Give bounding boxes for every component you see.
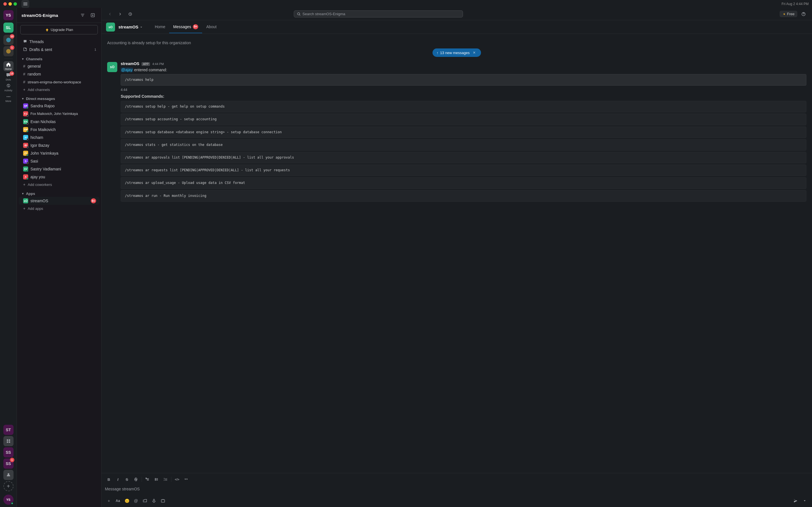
help-icon [801,12,806,16]
apps-section-header[interactable]: ▼ Apps [17,188,101,197]
add-coworkers-item[interactable]: + Add coworkers [18,181,100,188]
bullet-list-button[interactable] [153,475,160,483]
minimize-button[interactable] [8,2,12,6]
tab-home[interactable]: Home [151,21,169,33]
app-streamos[interactable]: sO streamOS 9+ [18,197,100,205]
history-button[interactable] [126,10,134,18]
attach-button[interactable] [141,497,149,505]
accounting-notice: Accounting is already setup for this org… [107,38,806,47]
workspace-9[interactable] [3,470,13,480]
apps-label: Apps [26,191,35,196]
quote-button[interactable] [182,475,190,483]
online-dot-2 [27,130,29,132]
back-button[interactable] [106,10,114,18]
dismiss-banner-button[interactable]: ✕ [471,50,477,55]
search-input-wrap[interactable] [294,10,463,17]
audio-button[interactable] [150,497,158,505]
workspace-ss[interactable]: SS [3,447,13,457]
add-apps-label: Add apps [28,207,43,211]
add-channels-item[interactable]: + Add channels [18,86,100,93]
cmd-3: /streamos setup database <database engin… [121,126,806,138]
sidebar-content: Threads Drafts & sent 1 ▼ Channels # gen… [17,37,101,507]
workspace-ys[interactable]: YS [3,10,13,20]
message-input-field[interactable]: Message streamOS [101,485,812,496]
emoji-button[interactable]: 😊 [123,497,131,505]
nav-activity[interactable]: Activity [3,82,13,93]
help-button[interactable] [800,10,808,18]
svg-point-22 [155,479,156,480]
compose-button[interactable] [89,11,97,19]
tab-about[interactable]: About [202,21,220,33]
dm-section-header[interactable]: ▼ Direct messages [17,93,101,102]
channel-stream-enigma[interactable]: # stream-enigma-demo-workspace [18,78,100,86]
add-button[interactable]: + [105,497,113,505]
workspace-4[interactable]: 1 [3,46,13,56]
maximize-button[interactable] [13,2,17,6]
bold-button[interactable]: B [105,475,113,483]
ordered-list-button[interactable]: 1. [144,475,151,483]
channel-general[interactable]: # general [18,62,100,70]
user-avatar[interactable]: YS [3,495,13,505]
sidebar-toggle-button[interactable] [21,0,29,8]
add-apps-item[interactable]: + Add apps [18,205,100,212]
plus-icon-2: + [23,182,26,187]
dm-igor[interactable]: IB Igor Bazay [18,142,100,149]
link-button[interactable] [132,475,140,483]
toolbar-right: Free [779,10,808,18]
workspace-ss2[interactable]: SS 1 [3,459,13,469]
workspace-4-badge: 1 [10,45,14,50]
workspace-6[interactable] [3,436,13,446]
dm-fox[interactable]: FM Fox Maikovich [18,126,100,133]
dm-john[interactable]: JY John Yarimkaya [18,149,100,157]
message-sender[interactable]: streamOS [121,61,139,66]
online-status [11,502,13,505]
workspace-header: streamOS-Enigma [17,8,101,23]
dm-hicham[interactable]: H hicham [18,133,100,142]
dm-evan[interactable]: EN Evan Nicholas [18,118,100,126]
strikethrough-button[interactable]: S [123,475,131,483]
dm-fox-john[interactable]: FJ Fox Maikovich, John Yarimkaya [18,110,100,118]
dm-igor-avatar: IB [23,143,28,148]
supported-commands-header: Supported Commands: [121,94,806,99]
dm-ajay[interactable]: A ajay you [18,173,100,181]
plus-icon-3: + [23,206,26,211]
channels-section-header[interactable]: ▼ Channels [17,54,101,62]
search-input[interactable] [303,12,460,16]
dm-john-label: John Yarimkaya [31,151,96,156]
workspace-name[interactable]: streamOS-Enigma [21,13,58,18]
forward-button[interactable] [116,10,124,18]
dm-sandra[interactable]: SR Sandra Rajoo [18,102,100,110]
sidebar-threads[interactable]: Threads [18,38,100,46]
nav-more[interactable]: More [3,93,13,103]
sidebar-drafts[interactable]: Drafts & sent 1 [18,46,100,54]
close-button[interactable] [3,2,7,6]
shortcut-button[interactable] [159,497,167,505]
numbered-list-button[interactable] [161,475,169,483]
filter-button[interactable] [79,11,87,19]
send-options-button[interactable] [801,497,809,505]
message-input-area: B I S 1. </> [101,473,812,507]
title-bar-datetime: Fri Aug 2 4:44 PM [781,2,809,6]
code-button[interactable]: </> [173,475,181,483]
nav-dms[interactable]: DMs 13 [3,72,13,82]
tab-messages[interactable]: Messages 9+ [169,21,202,33]
cmd-6: /streamos ar requests list [PENDING|APPR… [121,165,806,176]
channel-random[interactable]: # random [18,70,100,78]
add-workspace-button[interactable]: + [3,481,13,491]
italic-button[interactable]: I [114,475,122,483]
workspace-3[interactable]: 13 [3,35,13,45]
workspace-sl[interactable]: SL [3,22,13,33]
text-format-button[interactable]: Aa [114,497,122,505]
new-messages-pill[interactable]: ↑ 13 new messages ✕ [433,48,481,57]
window-controls[interactable] [3,2,17,6]
mention-button[interactable]: @ [132,497,140,505]
dm-sastry[interactable]: SV Sastry Vadlamani [18,165,100,173]
mention[interactable]: @ajay [121,68,133,72]
nav-home[interactable]: Home [3,61,13,71]
dm-sasi[interactable]: S Sasi [18,157,100,165]
workspace-st[interactable]: ST [3,425,13,435]
send-button[interactable] [792,497,800,505]
upgrade-plan-button[interactable]: Upgrade Plan [20,25,98,34]
channel-name[interactable]: streamOS [118,24,143,29]
free-badge[interactable]: Free [779,11,797,17]
